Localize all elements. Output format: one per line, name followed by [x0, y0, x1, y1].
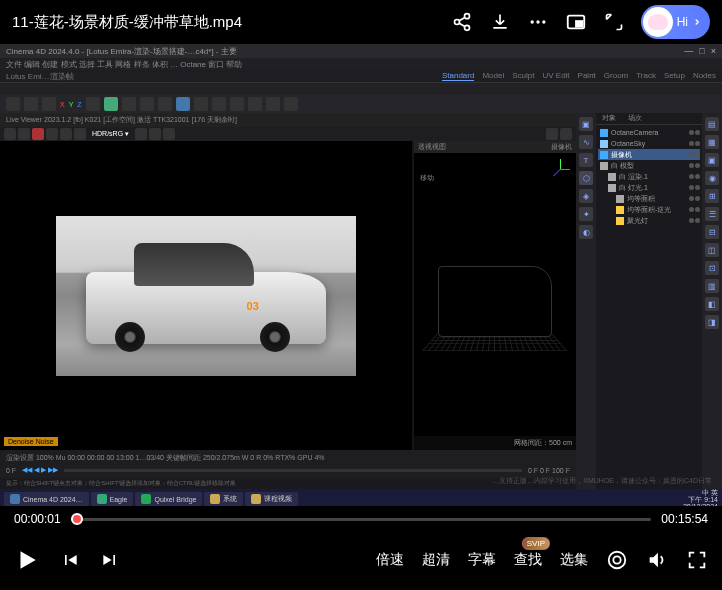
- tree-row: 白 模型: [598, 160, 700, 171]
- panel-icon: ▦: [705, 135, 719, 149]
- time-total: 00:15:54: [661, 512, 708, 526]
- cube-icon: ▣: [579, 117, 593, 131]
- video-title: 11-莲花-场景材质-缓冲带草地.mp4: [12, 13, 242, 32]
- scene-icon: ◐: [579, 225, 593, 239]
- tree-row: 聚光灯: [598, 215, 700, 226]
- panel-icon: ◉: [705, 171, 719, 185]
- tree-row: OctaneSky: [598, 138, 700, 149]
- deformer-icon: ◈: [579, 189, 593, 203]
- c4d-live-toolbar: HDR/sRG ▾: [0, 127, 576, 141]
- tree-row: 均等面积-逆光: [598, 204, 700, 215]
- panel-icon: ⊟: [705, 225, 719, 239]
- panel-icon: ⊡: [705, 261, 719, 275]
- svg-point-11: [613, 556, 620, 563]
- svg-point-7: [542, 20, 545, 23]
- svg-point-2: [464, 25, 469, 30]
- video-content[interactable]: Cinema 4D 2024.4.0 - [Lotus Emira-渲染-场景搭…: [0, 44, 722, 506]
- svg-point-0: [464, 14, 469, 19]
- settings-icon[interactable]: [606, 549, 628, 571]
- panel-icon: ▤: [705, 117, 719, 131]
- c4d-live-viewer-header: Live Viewer 2023.1.2 [fb] K021 [工作空间] 激活…: [0, 113, 576, 127]
- c4d-toolrow-1: [0, 83, 722, 95]
- download-icon[interactable]: [489, 11, 511, 33]
- time-current: 00:00:01: [14, 512, 61, 526]
- field-icon: ✦: [579, 207, 593, 221]
- spline-icon: ∿: [579, 135, 593, 149]
- svg-point-5: [530, 20, 533, 23]
- panel-icon: ⊞: [705, 189, 719, 203]
- svip-badge: SVIP: [522, 537, 550, 550]
- progress-thumb[interactable]: [71, 513, 83, 525]
- windows-taskbar: Cinema 4D 2024… Eagle Quixel Bridge 系统 课…: [0, 489, 722, 506]
- hi-label: Hi: [677, 15, 688, 29]
- svg-rect-9: [576, 21, 582, 27]
- svg-line-4: [459, 23, 465, 26]
- prev-button[interactable]: [60, 550, 80, 570]
- next-button[interactable]: [100, 550, 120, 570]
- episodes-button[interactable]: 选集: [560, 551, 588, 569]
- c4d-edit-viewport: 透视视图 摄像机 移动 网格间距：500 cm: [414, 141, 576, 450]
- panel-icon: ◧: [705, 297, 719, 311]
- panel-icon: ▣: [705, 153, 719, 167]
- c4d-right-panel: ▣ ∿ T ⬡ ◈ ✦ ◐ 对象 场次 OctaneCameraOctaneSk…: [576, 113, 722, 489]
- c4d-render-viewport: 03 Denoise Noise: [0, 141, 412, 450]
- speed-button[interactable]: 倍速: [376, 551, 404, 569]
- c4d-titlebar: Cinema 4D 2024.4.0 - [Lotus Emira-渲染-场景搭…: [0, 44, 722, 58]
- c4d-toolrow-2: XYZ: [0, 95, 722, 113]
- more-icon[interactable]: [527, 11, 549, 33]
- svg-point-6: [536, 20, 539, 23]
- search-button[interactable]: 查找 SVIP: [514, 551, 542, 569]
- quality-button[interactable]: 超清: [422, 551, 450, 569]
- fullscreen-icon[interactable]: [686, 549, 708, 571]
- generator-icon: ⬡: [579, 171, 593, 185]
- tree-row: OctaneCamera: [598, 127, 700, 138]
- denoise-badge: Denoise Noise: [4, 437, 58, 446]
- c4d-timeline: 渲染设置 100% Mu 00:00 00:00 00 13:00 1…03/4…: [0, 450, 576, 478]
- text-icon: T: [579, 153, 593, 167]
- panel-icon: ◨: [705, 315, 719, 329]
- user-avatar[interactable]: Hi: [641, 5, 710, 39]
- tree-row: 白 渲染.1: [598, 171, 700, 182]
- watermark-text: …支持正版…内部学习使用，XMUHOE，请速公众号：莫恩的C4D日常: [492, 476, 712, 486]
- volume-icon[interactable]: [646, 549, 668, 571]
- svg-point-10: [609, 552, 626, 569]
- c4d-mode-tabs: Lotus Emi…渲染帧 Standard Model Sculpt UV E…: [0, 70, 722, 83]
- tree-row: 均等面积: [598, 193, 700, 204]
- share-icon[interactable]: [451, 11, 473, 33]
- pip-icon[interactable]: [565, 11, 587, 33]
- panel-icon: ☰: [705, 207, 719, 221]
- subtitle-button[interactable]: 字幕: [468, 551, 496, 569]
- panel-icon: ◫: [705, 243, 719, 257]
- svg-line-3: [459, 17, 465, 20]
- svg-point-1: [454, 20, 459, 25]
- collapse-icon[interactable]: [603, 11, 625, 33]
- panel-icon: ▥: [705, 279, 719, 293]
- c4d-menubar: 文件 编辑 创建 模式 选择 工具 网格 样条 体积 … Octane 窗口 帮…: [0, 58, 722, 70]
- progress-bar[interactable]: [71, 518, 652, 521]
- tree-row: 摄像机: [598, 149, 700, 160]
- tree-row: 白 灯光.1: [598, 182, 700, 193]
- play-button[interactable]: [14, 547, 40, 573]
- c4d-statusbar: 提示：结合SHIFT键点击对象；结合SHIFT键选择添加对象；结合CTRL键选择…: [0, 478, 576, 489]
